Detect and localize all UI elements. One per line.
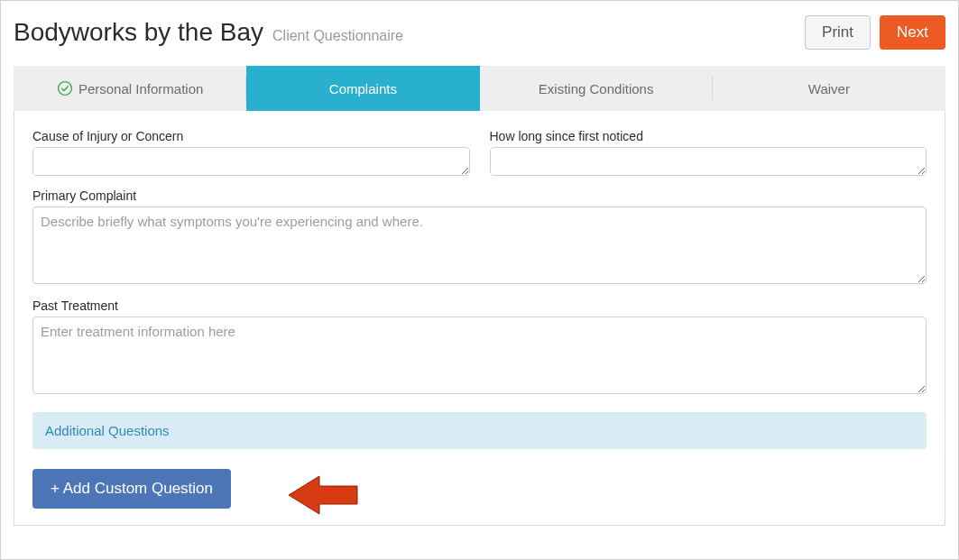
page-header: Bodyworks by the Bay Client Questionnair… bbox=[14, 15, 945, 50]
field-label: How long since first noticed bbox=[490, 129, 927, 143]
field-howlong: How long since first noticed bbox=[490, 129, 927, 176]
tab-waiver[interactable]: Waiver bbox=[713, 66, 945, 111]
tab-label: Waiver bbox=[808, 81, 850, 96]
annotation-arrow-icon bbox=[287, 471, 359, 519]
title-wrap: Bodyworks by the Bay Client Questionnair… bbox=[14, 18, 805, 47]
tab-existing-conditions[interactable]: Existing Conditions bbox=[480, 66, 713, 111]
row-top: Cause of Injury or Concern How long sinc… bbox=[32, 129, 927, 176]
add-custom-question-button[interactable]: + Add Custom Question bbox=[32, 469, 231, 509]
field-label: Primary Complaint bbox=[32, 188, 927, 203]
svg-marker-1 bbox=[289, 476, 357, 514]
past-treatment-input[interactable] bbox=[32, 317, 927, 394]
field-label: Past Treatment bbox=[32, 298, 927, 313]
primary-complaint-input[interactable] bbox=[32, 207, 927, 284]
tab-personal-information[interactable]: Personal Information bbox=[14, 66, 246, 111]
field-label: Cause of Injury or Concern bbox=[32, 129, 470, 143]
howlong-input[interactable] bbox=[490, 147, 927, 176]
page-title: Bodyworks by the Bay bbox=[14, 18, 263, 47]
tab-label: Existing Conditions bbox=[539, 81, 654, 96]
svg-point-0 bbox=[59, 82, 72, 96]
tab-bar: Personal Information Complaints Existing… bbox=[14, 66, 945, 111]
page-subtitle: Client Questionnaire bbox=[272, 28, 403, 44]
field-cause: Cause of Injury or Concern bbox=[32, 129, 470, 176]
print-button[interactable]: Print bbox=[805, 15, 871, 50]
check-circle-icon bbox=[57, 80, 73, 96]
field-primary-complaint: Primary Complaint bbox=[32, 188, 927, 284]
tab-label: Personal Information bbox=[78, 81, 203, 96]
tab-label: Complaints bbox=[329, 81, 397, 96]
next-button[interactable]: Next bbox=[880, 15, 945, 50]
cause-input[interactable] bbox=[32, 147, 470, 176]
tab-complaints[interactable]: Complaints bbox=[246, 66, 479, 111]
field-past-treatment: Past Treatment bbox=[32, 298, 927, 394]
form-panel: Cause of Injury or Concern How long sinc… bbox=[14, 111, 945, 526]
additional-questions-heading: Additional Questions bbox=[32, 412, 927, 449]
